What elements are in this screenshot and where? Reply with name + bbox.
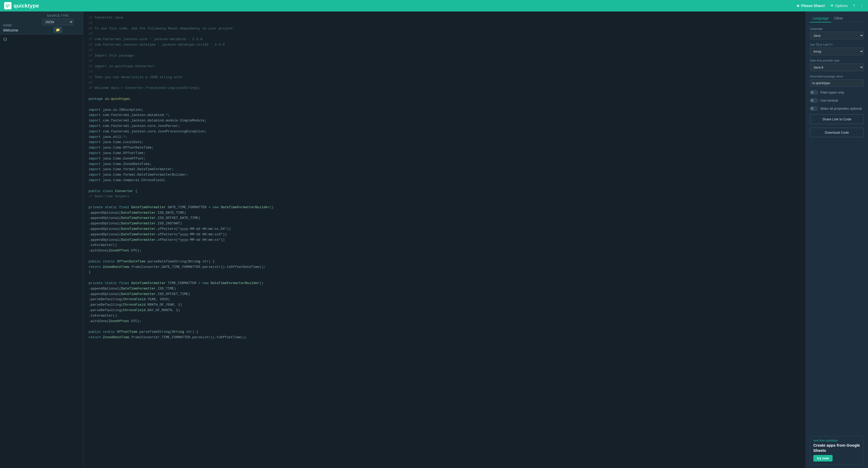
datetime-select[interactable]: Java 8 Joda [810, 64, 864, 71]
left-panel: Name Source type JSON JSON Schema TypeSc… [0, 11, 83, 468]
code-line: import java.time.format.DateTimeFormatte… [89, 172, 800, 178]
plain-types-toggle[interactable] [810, 90, 818, 95]
code-line: .appendOptional(DateTimeFormatter.ISO_IN… [89, 221, 800, 226]
code-line: import com.fasterxml.jackson.databind.mo… [89, 118, 800, 124]
use-tl-select[interactable]: Array List [810, 48, 864, 55]
code-line: public static OffsetTime parseTimeString… [89, 330, 800, 335]
code-line: // To use this code, add the following M… [89, 26, 800, 32]
code-line: .appendOptional(DateTimeFormatter.ofPatt… [89, 226, 800, 232]
code-line: .withZone(ZoneOffset.UTC); [89, 319, 800, 324]
plain-types-toggle-row: Plain types only [810, 90, 864, 95]
code-line: .toFormatter() [89, 313, 800, 319]
code-line: import com.fasterxml.jackson.core.JsonPa… [89, 124, 800, 129]
code-line: import java.io.IOException; [89, 107, 800, 113]
source-type-select[interactable]: JSON JSON Schema TypeScript GraphQL [42, 19, 73, 25]
code-line: import java.time.OffsetDateTime; [89, 145, 800, 151]
code-line: .toFormatter() [89, 243, 800, 248]
code-line: import java.time.temporal.ChronoField; [89, 178, 800, 183]
app-header: QT quicktype ★ Please Share! 👁 Options ?… [0, 0, 868, 11]
language-label: Language [810, 27, 864, 30]
code-line: public class Converter { [89, 189, 800, 194]
open-folder-button[interactable]: 📁 [54, 27, 62, 33]
plain-types-label: Plain types only [820, 90, 844, 94]
json-input[interactable]: {} [0, 35, 83, 468]
code-line: import java.time.LocalDate; [89, 140, 800, 145]
language-select[interactable]: Java TypeScript JavaScript Python C# Go … [810, 32, 864, 39]
code-line: } [89, 270, 800, 275]
code-line: // com.fasterxml.jackson.datatype : jack… [89, 42, 800, 48]
code-line: // Import this package: [89, 53, 800, 59]
code-line: import java.time.OffsetTime; [89, 151, 800, 156]
code-line: private static final DateTimeFormatter T… [89, 281, 800, 286]
share-button[interactable]: ★ Please Share! [796, 4, 825, 8]
lombok-toggle-row: Use lombok [810, 98, 864, 103]
code-line: .appendOptional(DateTimeFormatter.ofPatt… [89, 238, 800, 243]
lombok-label: Use lombok [820, 98, 838, 102]
more-button[interactable]: ⋮ [860, 4, 864, 8]
options-button[interactable]: 👁 Options [830, 4, 848, 8]
package-label: Generated package name [810, 75, 864, 78]
code-line: import java.util.*; [89, 134, 800, 140]
code-line: // Welcome data = Converter.fromJsonStri… [89, 86, 800, 91]
code-line: // Date-time helpers [89, 194, 800, 199]
header-right: ★ Please Share! 👁 Options ? ⋮ [796, 4, 864, 8]
use-tl-label: Use T[] or List<T> [810, 43, 864, 46]
code-line: // [89, 80, 800, 86]
code-line: import com.fasterxml.jackson.core.JsonPr… [89, 129, 800, 134]
code-line: public static OffsetDateTime parseDateTi… [89, 259, 800, 264]
code-line: package io.quicktype; [89, 96, 800, 102]
code-line: // Converter.java [89, 15, 800, 21]
main-content: Name Source type JSON JSON Schema TypeSc… [0, 11, 868, 468]
help-button[interactable]: ? [853, 4, 855, 8]
tab-other[interactable]: Other [831, 15, 846, 23]
datetime-option: Date time provider type Java 8 Joda [810, 59, 864, 71]
code-line: // com.fasterxml.jackson.core : jackson-… [89, 37, 800, 42]
name-label: Name [3, 24, 37, 27]
code-line: .appendOptional(DateTimeFormatter.ISO_OF… [89, 291, 800, 297]
code-line: .appendOptional(DateTimeFormatter.ISO_OF… [89, 216, 800, 221]
code-line: .appendOptional(DateTimeFormatter.ISO_DA… [89, 210, 800, 216]
package-option: Generated package name [810, 75, 864, 87]
code-line: import com.fasterxml.jackson.databind.*; [89, 113, 800, 118]
lombok-toggle[interactable] [810, 98, 818, 103]
tab-bar: Language Other [810, 15, 864, 23]
source-type-field-group: Source type JSON JSON Schema TypeScript … [42, 14, 73, 33]
code-line: return ZonedDateTime.from(Converter.TIME… [89, 335, 800, 340]
code-line: .appendOptional(DateTimeFormatter.ofPatt… [89, 232, 800, 238]
name-field-group: Name [3, 24, 37, 33]
ad-title: Create apps from Google Sheets [813, 443, 861, 453]
ad-new-label: new from quicktype [813, 439, 861, 442]
source-type-label: Source type [47, 14, 69, 17]
code-line: // Then you can deserialize a JSON strin… [89, 75, 800, 80]
code-panel: // Converter.java//// To use this code, … [83, 11, 805, 468]
code-line: .withZone(ZoneOffset.UTC); [89, 248, 800, 254]
tab-language[interactable]: Language [810, 15, 831, 23]
right-panel: Language Other Language Java TypeScript … [805, 11, 868, 468]
ad-try-button[interactable]: try now [813, 455, 833, 462]
logo-icon: QT [4, 2, 11, 9]
code-line: // [89, 48, 800, 53]
optional-toggle[interactable] [810, 106, 818, 111]
datetime-label: Date time provider type [810, 59, 864, 62]
code-line: import java.time.ZonedDateTime; [89, 161, 800, 167]
share-link-button[interactable]: Share Link to Code [810, 115, 864, 124]
logo-text: quicktype [13, 3, 39, 9]
code-line: .parseDefaulting(ChronoField.DAY_OF_MONT… [89, 308, 800, 313]
use-tl-option: Use T[] or List<T> Array List [810, 43, 864, 55]
language-option: Language Java TypeScript JavaScript Pyth… [810, 27, 864, 39]
download-code-button[interactable]: Download Code [810, 128, 864, 137]
code-line: // [89, 31, 800, 37]
name-input[interactable] [3, 28, 37, 33]
code-line: .parseDefaulting(ChronoField.MONTH_OF_YE… [89, 302, 800, 308]
code-line: // [89, 69, 800, 75]
star-icon: ★ [796, 4, 800, 8]
ad-banner: new from quicktype Create apps from Goog… [810, 436, 864, 464]
code-line: // import io.quicktype.Converter; [89, 64, 800, 69]
optional-toggle-row: Make all properties optional [810, 106, 864, 111]
left-header: Name Source type JSON JSON Schema TypeSc… [0, 11, 83, 35]
code-line: return ZonedDateTime.from(Converter.DATE… [89, 264, 800, 270]
package-input[interactable] [810, 80, 864, 87]
code-line: .parseDefaulting(ChronoField.YEAR, 2020) [89, 297, 800, 302]
code-line: private static final DateTimeFormatter D… [89, 205, 800, 210]
optional-label: Make all properties optional [820, 106, 862, 111]
